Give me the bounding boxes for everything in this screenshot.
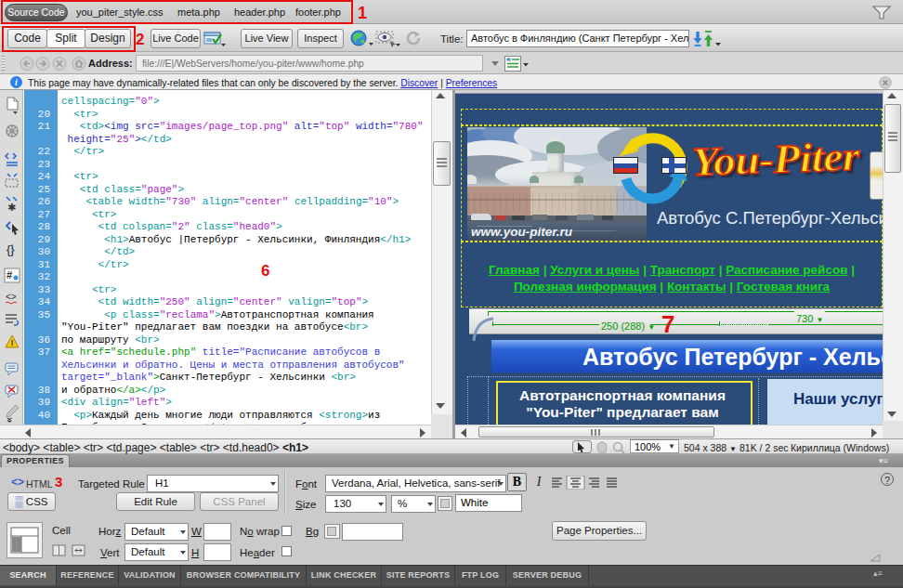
svg-text:!: ! (10, 338, 13, 347)
svg-text:<>: <> (6, 292, 17, 302)
svg-text:{}: {} (7, 242, 15, 256)
svg-text:✱: ✱ (7, 202, 16, 213)
svg-text:#: # (7, 269, 12, 281)
